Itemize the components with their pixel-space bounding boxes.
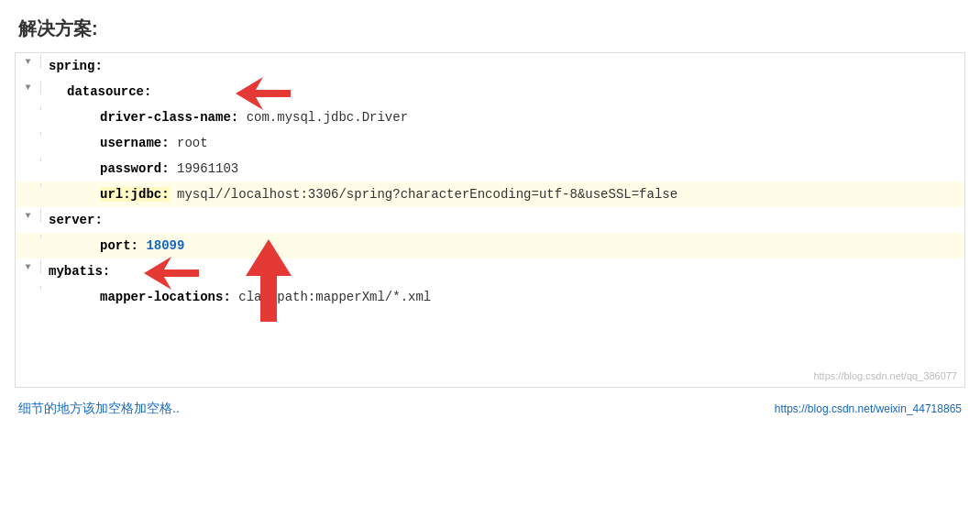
section-title: 解决方案:	[0, 16, 980, 41]
line-content-9: mybatis:	[41, 261, 110, 281]
code-block: ▼ spring: ▼ datasource:	[15, 52, 965, 388]
code-line-2: ▼ datasource:	[16, 79, 964, 104]
val-url: mysql//localhost:3306/spring?characterEn…	[170, 187, 678, 202]
key-username: username:	[100, 136, 170, 150]
gutter-10	[16, 286, 41, 290]
line-content-1: spring:	[41, 56, 103, 76]
page-wrapper: 解决方案: ▼ spring: ▼ datasource:	[0, 0, 980, 528]
code-line-10: mapper-locations: classpath:mapperXml/*.…	[16, 284, 964, 310]
gutter-6	[16, 183, 41, 187]
key-port: port:	[100, 238, 138, 253]
line-content-8: port: 18099	[41, 236, 184, 256]
line-content-10: mapper-locations: classpath:mapperXml/*.…	[41, 287, 431, 307]
key-url: url:jdbc:	[100, 187, 170, 202]
code-line-5: password: 19961103	[16, 156, 964, 182]
key-spring: spring:	[49, 59, 103, 73]
code-line-empty-2	[16, 336, 964, 361]
key-driver: driver-class-name:	[100, 110, 238, 125]
gutter-3	[16, 106, 41, 110]
gutter-8	[16, 235, 41, 238]
val-mapper: classpath:mapperXml/*.xml	[231, 290, 431, 304]
gutter-1: ▼	[16, 55, 41, 69]
code-line-empty-1	[16, 310, 964, 336]
code-line-4: username: root	[16, 130, 964, 156]
collapse-icon-2[interactable]: ▼	[25, 82, 30, 93]
line-content-7: server:	[41, 210, 103, 230]
line-content-6: url:jdbc: mysql//localhost:3306/spring?c…	[41, 184, 677, 204]
line-content-5: password: 19961103	[41, 159, 238, 179]
gutter-2: ▼	[16, 81, 41, 94]
code-line-6: url:jdbc: mysql//localhost:3306/spring?c…	[16, 182, 964, 207]
val-port: 18099	[138, 238, 184, 253]
code-line-8: port: 18099	[16, 233, 964, 258]
gutter-9: ▼	[16, 260, 41, 274]
code-container: ▼ spring: ▼ datasource:	[0, 52, 980, 388]
key-mapper: mapper-locations:	[100, 290, 231, 304]
key-datasource: datasource:	[67, 84, 151, 99]
collapse-icon-1[interactable]: ▼	[25, 57, 30, 67]
code-line-7: ▼ server:	[16, 207, 964, 233]
gutter-5	[16, 158, 41, 161]
val-username: root	[170, 136, 208, 150]
val-driver: com.mysql.jdbc.Driver	[238, 110, 408, 125]
footer-link[interactable]: https://blog.csdn.net/weixin_44718865	[775, 402, 962, 415]
line-content-3: driver-class-name: com.mysql.jdbc.Driver	[41, 107, 408, 127]
gutter-4	[16, 132, 41, 136]
key-server: server:	[49, 213, 103, 227]
code-line-3: driver-class-name: com.mysql.jdbc.Driver	[16, 104, 964, 130]
key-mybatis: mybatis:	[49, 264, 110, 279]
line-content-4: username: root	[41, 133, 208, 153]
code-line-9: ▼ mybatis:	[16, 258, 964, 284]
key-password: password:	[100, 161, 170, 176]
watermark: https://blog.csdn.net/qq_386077	[813, 370, 957, 381]
footer-bar: 细节的地方该加空格加空格.. https://blog.csdn.net/wei…	[0, 391, 980, 426]
gutter-7: ▼	[16, 209, 41, 223]
code-line-1: ▼ spring:	[16, 53, 964, 79]
collapse-icon-9[interactable]: ▼	[25, 262, 30, 272]
collapse-icon-7[interactable]: ▼	[25, 211, 30, 221]
line-content-2: datasource:	[41, 82, 151, 102]
footer-note: 细节的地方该加空格加空格..	[18, 401, 180, 417]
val-password: 19961103	[170, 161, 239, 176]
